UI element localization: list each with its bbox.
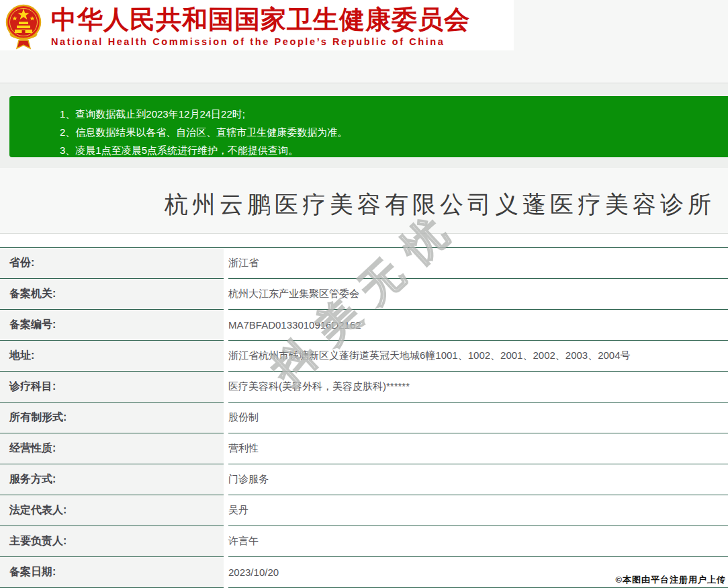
row-label: 法定代表人:: [0, 495, 224, 526]
table-row-address: 地址: 浙江省杭州市钱塘新区义蓬街道英冠天地城6幢1001、1002、2001、…: [0, 341, 728, 372]
row-value: 门诊服务: [228, 464, 728, 495]
row-label: 备案机关:: [0, 279, 224, 310]
row-label: 备案编号:: [0, 310, 224, 341]
table-row-province: 省份: 浙江省: [0, 248, 728, 279]
row-label: 省份:: [0, 248, 224, 279]
copyright-stamp: ©本图由平台注册用户上传: [615, 574, 726, 586]
notice-box: 1、查询数据截止到2023年12月24日22时; 2、信息数据结果以各省、自治区…: [9, 96, 728, 157]
row-label: 经营性质:: [0, 433, 224, 464]
row-value: 营利性: [228, 433, 728, 464]
row-label: 主要负责人:: [0, 526, 224, 557]
column-gutter: [224, 310, 228, 341]
row-label: 诊疗科目:: [0, 372, 224, 403]
facility-name: 杭州云鹏医疗美容有限公司义蓬医疗美容诊所: [0, 168, 728, 220]
row-label: 地址:: [0, 341, 224, 372]
column-gutter: [224, 433, 228, 464]
page: 中华人民共和国国家卫生健康委员会 National Health Commiss…: [0, 0, 728, 588]
table-row-ownership: 所有制形式: 股份制: [0, 403, 728, 433]
facility-title-band: 杭州云鹏医疗美容有限公司义蓬医疗美容诊所: [0, 168, 728, 234]
row-label: 服务方式:: [0, 464, 224, 495]
record-table: 省份: 浙江省 备案机关: 杭州大江东产业集聚区管委会 备案编号: MA7BFA…: [0, 247, 728, 588]
table-row-filing-number: 备案编号: MA7BFAD0133010916D2162: [0, 310, 728, 341]
row-value: MA7BFAD0133010916D2162: [228, 310, 728, 341]
header-title-en: National Health Commission of the People…: [51, 36, 470, 47]
row-label: 所有制形式:: [0, 403, 224, 433]
header-titles: 中华人民共和国国家卫生健康委员会 National Health Commiss…: [51, 0, 470, 47]
column-gutter: [224, 248, 228, 279]
row-value: 杭州大江东产业集聚区管委会: [228, 279, 728, 310]
column-gutter: [224, 341, 228, 372]
header-title-cn: 中华人民共和国国家卫生健康委员会: [51, 3, 470, 36]
row-value: 许言午: [228, 526, 728, 557]
table-row-service-mode: 服务方式: 门诊服务: [0, 464, 728, 495]
column-gutter: [224, 495, 228, 526]
row-value: 吴丹: [228, 495, 728, 526]
table-row-legal-representative: 法定代表人: 吴丹: [0, 495, 728, 526]
table-gap: [0, 234, 728, 247]
national-emblem-icon: [5, 3, 42, 50]
table-row-filing-authority: 备案机关: 杭州大江东产业集聚区管委会: [0, 279, 728, 310]
column-gutter: [224, 279, 228, 310]
notice-line-3: 3、凌晨1点至凌晨5点系统进行维护，不能提供查询。: [60, 141, 728, 159]
nhc-logo: 中华人民共和国国家卫生健康委员会 National Health Commiss…: [0, 0, 514, 50]
table-row-business-nature: 经营性质: 营利性: [0, 433, 728, 464]
row-value: 浙江省杭州市钱塘新区义蓬街道英冠天地城6幢1001、1002、2001、2002…: [228, 341, 728, 372]
table-row-departments: 诊疗科目: 医疗美容科(美容外科，美容皮肤科)******: [0, 372, 728, 403]
notice-line-1: 1、查询数据截止到2023年12月24日22时;: [60, 105, 728, 123]
row-label: 备案日期:: [0, 557, 224, 588]
notice-line-2: 2、信息数据结果以各省、自治区、直辖市卫生健康委数据为准。: [60, 123, 728, 141]
table-row-principal: 主要负责人: 许言午: [0, 526, 728, 557]
row-value: 浙江省: [228, 248, 728, 279]
site-header: 中华人民共和国国家卫生健康委员会 National Health Commiss…: [0, 0, 728, 83]
column-gutter: [224, 557, 228, 588]
row-value: 医疗美容科(美容外科，美容皮肤科)******: [228, 372, 728, 403]
notice-band: 1、查询数据截止到2023年12月24日22时; 2、信息数据结果以各省、自治区…: [0, 83, 728, 168]
row-value: 股份制: [228, 403, 728, 433]
column-gutter: [224, 403, 228, 433]
column-gutter: [224, 464, 228, 495]
column-gutter: [224, 526, 228, 557]
column-gutter: [224, 372, 228, 403]
page-viewport: 中华人民共和国国家卫生健康委员会 National Health Commiss…: [0, 0, 728, 588]
